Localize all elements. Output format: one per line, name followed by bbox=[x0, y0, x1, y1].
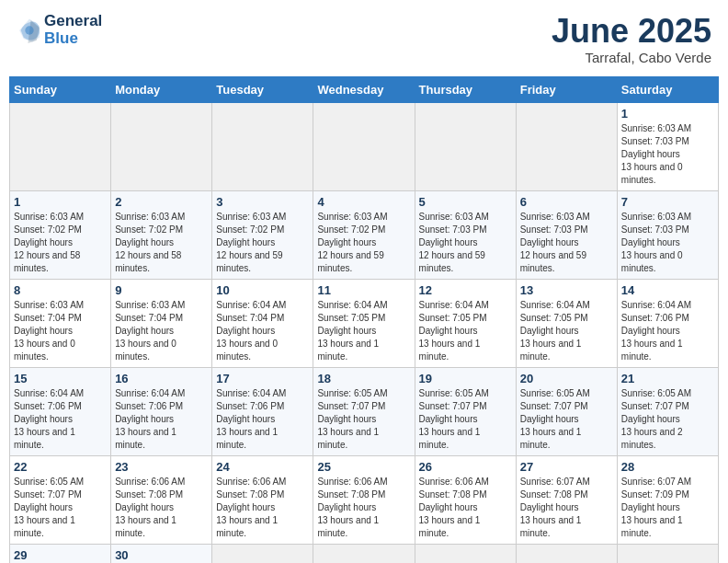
calendar-cell: 15Sunrise: 6:04 AMSunset: 7:06 PMDayligh… bbox=[10, 367, 111, 455]
calendar-week-5: 29Sunrise: 6:07 AMSunset: 7:09 PMDayligh… bbox=[10, 544, 719, 563]
day-info: Sunrise: 6:04 AMSunset: 7:06 PMDaylight … bbox=[115, 388, 185, 450]
col-saturday: Saturday bbox=[617, 76, 718, 102]
day-number: 28 bbox=[621, 460, 714, 474]
svg-point-0 bbox=[25, 26, 33, 34]
day-number: 12 bbox=[419, 283, 512, 297]
day-info: Sunrise: 6:03 AMSunset: 7:02 PMDaylight … bbox=[216, 212, 286, 273]
calendar-cell: 21Sunrise: 6:05 AMSunset: 7:07 PMDayligh… bbox=[617, 367, 718, 455]
calendar-cell: 19Sunrise: 6:05 AMSunset: 7:07 PMDayligh… bbox=[415, 367, 516, 455]
day-number: 1 bbox=[14, 195, 107, 209]
calendar-cell bbox=[212, 544, 313, 563]
calendar-week-1: 1Sunrise: 6:03 AMSunset: 7:02 PMDaylight… bbox=[10, 190, 719, 279]
day-info: Sunrise: 6:04 AMSunset: 7:05 PMDaylight … bbox=[317, 300, 387, 362]
day-info: Sunrise: 6:05 AMSunset: 7:07 PMDaylight … bbox=[520, 388, 590, 450]
logo: General Blue bbox=[17, 13, 102, 47]
day-number: 9 bbox=[115, 283, 208, 297]
calendar-cell: 17Sunrise: 6:04 AMSunset: 7:06 PMDayligh… bbox=[212, 367, 313, 455]
calendar-header: Sunday Monday Tuesday Wednesday Thursday… bbox=[10, 76, 719, 102]
calendar-cell: 29Sunrise: 6:07 AMSunset: 7:09 PMDayligh… bbox=[10, 544, 111, 563]
logo-icon bbox=[17, 17, 42, 43]
month-title: June 2025 bbox=[552, 13, 711, 50]
day-number: 24 bbox=[216, 460, 309, 474]
day-number: 17 bbox=[216, 372, 309, 385]
day-number: 25 bbox=[317, 460, 410, 474]
calendar-week-3: 15Sunrise: 6:04 AMSunset: 7:06 PMDayligh… bbox=[10, 367, 719, 455]
col-thursday: Thursday bbox=[415, 76, 516, 102]
day-info: Sunrise: 6:03 AMSunset: 7:03 PMDaylight … bbox=[520, 212, 590, 273]
calendar-body: 1Sunrise: 6:03 AMSunset: 7:03 PMDaylight… bbox=[10, 102, 719, 563]
calendar-cell: 11Sunrise: 6:04 AMSunset: 7:05 PMDayligh… bbox=[313, 279, 415, 367]
calendar-cell bbox=[516, 544, 617, 563]
day-number: 10 bbox=[216, 283, 309, 297]
calendar-cell: 27Sunrise: 6:07 AMSunset: 7:08 PMDayligh… bbox=[516, 455, 617, 544]
col-sunday: Sunday bbox=[10, 76, 111, 102]
col-monday: Monday bbox=[111, 76, 212, 102]
day-number: 21 bbox=[621, 372, 714, 385]
day-info: Sunrise: 6:06 AMSunset: 7:08 PMDaylight … bbox=[115, 477, 185, 538]
day-number: 18 bbox=[317, 372, 410, 385]
day-number: 5 bbox=[419, 195, 512, 209]
day-number: 16 bbox=[115, 372, 208, 385]
day-info: Sunrise: 6:06 AMSunset: 7:08 PMDaylight … bbox=[317, 477, 387, 538]
calendar-cell bbox=[516, 102, 617, 190]
calendar-cell: 24Sunrise: 6:06 AMSunset: 7:08 PMDayligh… bbox=[212, 455, 313, 544]
day-number: 13 bbox=[520, 283, 613, 297]
day-info: Sunrise: 6:04 AMSunset: 7:05 PMDaylight … bbox=[520, 300, 590, 362]
col-wednesday: Wednesday bbox=[313, 76, 415, 102]
day-info: Sunrise: 6:03 AMSunset: 7:04 PMDaylight … bbox=[14, 300, 84, 362]
logo-text: General Blue bbox=[44, 13, 102, 47]
calendar-table: Sunday Monday Tuesday Wednesday Thursday… bbox=[9, 76, 719, 563]
day-number: 26 bbox=[419, 460, 512, 474]
day-number: 6 bbox=[520, 195, 613, 209]
calendar-cell: 22Sunrise: 6:05 AMSunset: 7:07 PMDayligh… bbox=[10, 455, 111, 544]
calendar-cell: 5Sunrise: 6:03 AMSunset: 7:03 PMDaylight… bbox=[415, 190, 516, 279]
location: Tarrafal, Cabo Verde bbox=[552, 50, 711, 65]
calendar-cell: 8Sunrise: 6:03 AMSunset: 7:04 PMDaylight… bbox=[10, 279, 111, 367]
calendar-cell: 10Sunrise: 6:04 AMSunset: 7:04 PMDayligh… bbox=[212, 279, 313, 367]
day-info: Sunrise: 6:04 AMSunset: 7:05 PMDaylight … bbox=[419, 300, 489, 362]
calendar-cell bbox=[415, 102, 516, 190]
calendar-cell bbox=[313, 544, 415, 563]
calendar-cell bbox=[111, 102, 212, 190]
day-number: 1 bbox=[621, 107, 714, 121]
day-number: 11 bbox=[317, 283, 410, 297]
day-number: 22 bbox=[14, 460, 107, 474]
day-info: Sunrise: 6:06 AMSunset: 7:08 PMDaylight … bbox=[419, 477, 489, 538]
day-number: 4 bbox=[317, 195, 410, 209]
day-number: 3 bbox=[216, 195, 309, 209]
calendar-week-2: 8Sunrise: 6:03 AMSunset: 7:04 PMDaylight… bbox=[10, 279, 719, 367]
calendar-cell: 25Sunrise: 6:06 AMSunset: 7:08 PMDayligh… bbox=[313, 455, 415, 544]
day-info: Sunrise: 6:04 AMSunset: 7:04 PMDaylight … bbox=[216, 300, 286, 362]
calendar-cell bbox=[617, 544, 718, 563]
calendar-cell: 4Sunrise: 6:03 AMSunset: 7:02 PMDaylight… bbox=[313, 190, 415, 279]
header-row: Sunday Monday Tuesday Wednesday Thursday… bbox=[10, 76, 719, 102]
day-info: Sunrise: 6:03 AMSunset: 7:04 PMDaylight … bbox=[115, 300, 185, 362]
day-number: 15 bbox=[14, 372, 107, 385]
day-info: Sunrise: 6:04 AMSunset: 7:06 PMDaylight … bbox=[216, 388, 286, 450]
day-number: 7 bbox=[621, 195, 714, 209]
col-friday: Friday bbox=[516, 76, 617, 102]
day-number: 14 bbox=[621, 283, 714, 297]
day-info: Sunrise: 6:03 AMSunset: 7:02 PMDaylight … bbox=[115, 212, 185, 273]
calendar-cell: 1Sunrise: 6:03 AMSunset: 7:03 PMDaylight… bbox=[617, 102, 718, 190]
day-info: Sunrise: 6:07 AMSunset: 7:09 PMDaylight … bbox=[621, 477, 691, 538]
day-info: Sunrise: 6:03 AMSunset: 7:03 PMDaylight … bbox=[419, 212, 489, 273]
day-info: Sunrise: 6:06 AMSunset: 7:08 PMDaylight … bbox=[216, 477, 286, 538]
calendar-cell bbox=[212, 102, 313, 190]
title-block: June 2025 Tarrafal, Cabo Verde bbox=[552, 13, 711, 65]
calendar-cell: 18Sunrise: 6:05 AMSunset: 7:07 PMDayligh… bbox=[313, 367, 415, 455]
calendar-cell: 13Sunrise: 6:04 AMSunset: 7:05 PMDayligh… bbox=[516, 279, 617, 367]
day-info: Sunrise: 6:04 AMSunset: 7:06 PMDaylight … bbox=[14, 388, 84, 450]
day-number: 20 bbox=[520, 372, 613, 385]
calendar-cell: 6Sunrise: 6:03 AMSunset: 7:03 PMDaylight… bbox=[516, 190, 617, 279]
calendar-week-4: 22Sunrise: 6:05 AMSunset: 7:07 PMDayligh… bbox=[10, 455, 719, 544]
calendar-cell: 7Sunrise: 6:03 AMSunset: 7:03 PMDaylight… bbox=[617, 190, 718, 279]
calendar-cell: 3Sunrise: 6:03 AMSunset: 7:02 PMDaylight… bbox=[212, 190, 313, 279]
calendar-cell bbox=[10, 102, 111, 190]
day-info: Sunrise: 6:03 AMSunset: 7:03 PMDaylight … bbox=[621, 123, 691, 185]
day-info: Sunrise: 6:05 AMSunset: 7:07 PMDaylight … bbox=[317, 388, 387, 450]
calendar-cell: 12Sunrise: 6:04 AMSunset: 7:05 PMDayligh… bbox=[415, 279, 516, 367]
day-number: 2 bbox=[115, 195, 208, 209]
calendar-cell: 14Sunrise: 6:04 AMSunset: 7:06 PMDayligh… bbox=[617, 279, 718, 367]
day-number: 29 bbox=[14, 548, 107, 562]
